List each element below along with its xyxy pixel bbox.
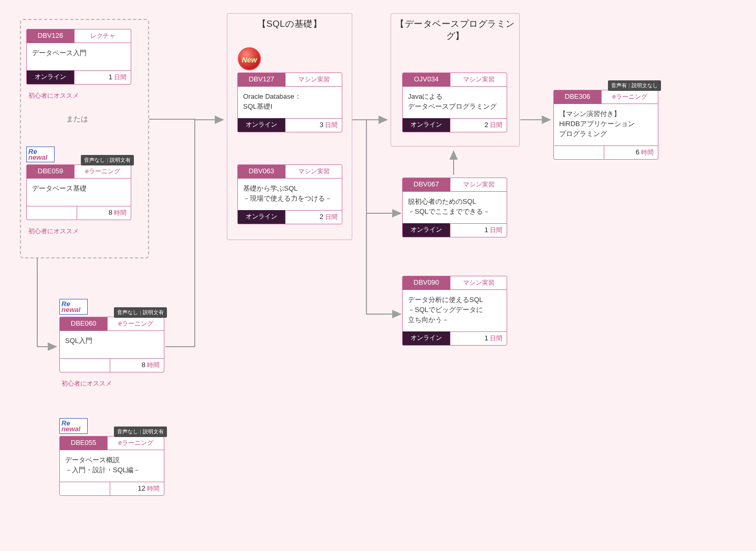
- card-DBE059[interactable]: DBE059 eラーニング データベース基礎 8時間: [26, 164, 131, 220]
- or-label: または: [66, 115, 88, 124]
- card-mode: マシン実習: [285, 165, 342, 179]
- card-mode: マシン実習: [285, 73, 342, 87]
- card-DBE306[interactable]: DBE306 eラーニング 【マシン演習付き】 HiRDBアプリケーション プロ…: [553, 90, 658, 160]
- group-sql-basics-label: 【SQLの基礎】: [227, 18, 352, 30]
- card-mode: マシン実習: [450, 73, 507, 87]
- card-duration: 2日間: [450, 118, 507, 132]
- card-title: SQL入門: [60, 331, 164, 358]
- card-title: 脱初心者のためのSQL －SQLでここまでできる－: [403, 192, 507, 223]
- card-mode: マシン実習: [450, 276, 507, 290]
- card-title: データベース入門: [27, 43, 131, 70]
- card-code: DBV090: [403, 276, 450, 290]
- card-code: DBV127: [238, 73, 285, 87]
- card-title: 【マシン演習付き】 HiRDBアプリケーション プログラミング: [554, 104, 658, 145]
- card-format: オンライン: [238, 210, 285, 224]
- rec-DBV126: 初心者にオススメ: [28, 91, 79, 100]
- card-title: データベース基礎: [27, 179, 131, 206]
- card-format: [60, 482, 110, 495]
- card-format: [554, 145, 604, 159]
- card-duration: 6時間: [604, 145, 658, 159]
- card-format: [27, 206, 77, 220]
- card-code: OJV034: [403, 73, 450, 87]
- card-DBV063[interactable]: DBV063 マシン実習 基礎から学ぶSQL －現場で使える力をつける－ オンラ…: [237, 164, 342, 224]
- card-code: DBE306: [554, 90, 601, 104]
- card-DBE055[interactable]: DBE055 eラーニング データベース概説 －入門・設計・SQL編－ 12時間: [59, 436, 164, 496]
- card-DBV127[interactable]: DBV127 マシン実習 Oracle Database： SQL基礎Ⅰ オンラ…: [237, 72, 342, 132]
- card-duration: 1日間: [450, 223, 507, 237]
- renewal-badge-DBE055: Renewal: [59, 418, 88, 434]
- audio-badge-DBE306: 音声有説明文なし: [608, 80, 661, 91]
- card-duration: 8時間: [110, 358, 164, 372]
- card-duration: 3日間: [285, 118, 342, 132]
- group-db-programming-label: 【データベースプログラミング】: [391, 18, 519, 42]
- card-title: Javaによる データベースプログラミング: [403, 87, 507, 118]
- card-duration: 1日間: [74, 70, 131, 84]
- card-DBV126[interactable]: DBV126 レクチャ データベース入門 オンライン 1日間: [26, 29, 131, 85]
- card-format: オンライン: [238, 118, 285, 132]
- rec-DBE060: 初心者にオススメ: [61, 379, 112, 388]
- card-code: DBE060: [60, 317, 107, 331]
- card-mode: eラーニング: [74, 165, 131, 179]
- card-code: DBV063: [238, 165, 285, 179]
- renewal-badge-DBE060: Renewal: [59, 299, 88, 315]
- card-mode: eラーニング: [107, 436, 164, 450]
- card-duration: 2日間: [285, 210, 342, 224]
- card-duration: 8時間: [77, 206, 131, 220]
- card-OJV034[interactable]: OJV034 マシン実習 Javaによる データベースプログラミング オンライン…: [402, 72, 507, 132]
- card-duration: 1日間: [450, 331, 507, 345]
- card-duration: 12時間: [110, 482, 164, 495]
- card-mode: eラーニング: [601, 90, 658, 104]
- rec-DBE059: 初心者にオススメ: [28, 227, 79, 236]
- card-title: データベース概説 －入門・設計・SQL編－: [60, 450, 164, 482]
- card-format: オンライン: [403, 331, 450, 345]
- card-format: オンライン: [27, 70, 74, 84]
- card-mode: eラーニング: [107, 317, 164, 331]
- card-format: オンライン: [403, 223, 450, 237]
- card-mode: レクチャ: [74, 29, 131, 43]
- audio-badge-DBE060: 音声なし説明文有: [114, 307, 167, 318]
- card-code: DBV126: [27, 29, 74, 43]
- card-mode: マシン実習: [450, 178, 507, 192]
- renewal-badge-DBE059: Renewal: [26, 147, 55, 162]
- card-title: データ分析に使えるSQL －SQLでビッグデータに 立ち向かう－: [403, 290, 507, 331]
- audio-badge-DBE059: 音声なし説明文有: [81, 155, 134, 165]
- card-DBE060[interactable]: DBE060 eラーニング SQL入門 8時間: [59, 317, 164, 372]
- card-code: DBV067: [403, 178, 450, 192]
- card-format: オンライン: [403, 118, 450, 132]
- card-title: Oracle Database： SQL基礎Ⅰ: [238, 87, 342, 118]
- card-code: DBE055: [60, 436, 107, 450]
- audio-badge-DBE055: 音声なし説明文有: [114, 427, 167, 437]
- card-DBV090[interactable]: DBV090 マシン実習 データ分析に使えるSQL －SQLでビッグデータに 立…: [402, 276, 507, 346]
- card-code: DBE059: [27, 165, 74, 179]
- card-DBV067[interactable]: DBV067 マシン実習 脱初心者のためのSQL －SQLでここまでできる－ オ…: [402, 178, 507, 237]
- card-title: 基礎から学ぶSQL －現場で使える力をつける－: [238, 179, 342, 210]
- new-badge-DBV127: New: [238, 47, 261, 70]
- card-format: [60, 358, 110, 372]
